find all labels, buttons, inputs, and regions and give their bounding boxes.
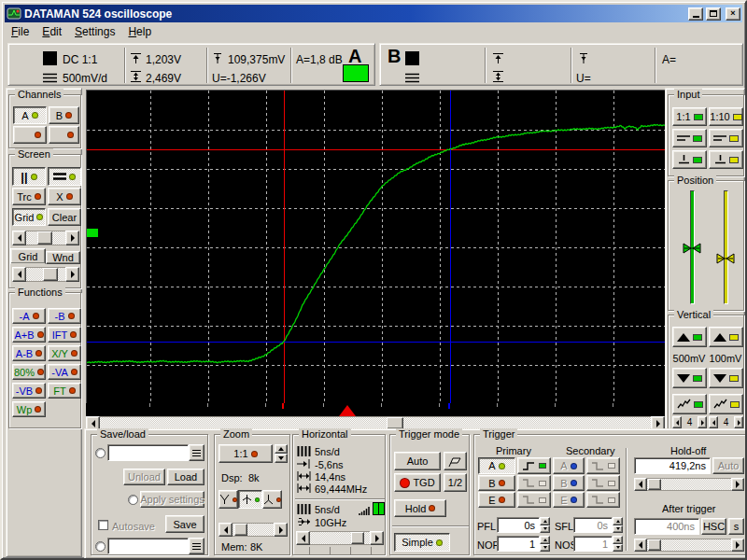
scroll-track[interactable] bbox=[26, 267, 65, 282]
scroll-left-icon[interactable] bbox=[12, 267, 26, 282]
zoom-in-button[interactable] bbox=[262, 490, 282, 509]
spin-up-icon[interactable] bbox=[613, 517, 623, 525]
zoom-out-button[interactable] bbox=[218, 490, 238, 509]
func-ft-button[interactable]: FT bbox=[48, 383, 81, 399]
traces-button[interactable] bbox=[48, 167, 81, 186]
minimize-button[interactable] bbox=[688, 7, 703, 21]
scroll-right-icon[interactable] bbox=[274, 523, 288, 537]
position-handle-b[interactable] bbox=[716, 253, 735, 264]
menu-edit[interactable]: Edit bbox=[35, 23, 68, 40]
input-dc-b-button[interactable] bbox=[709, 129, 743, 147]
file-bottom-menu-button[interactable] bbox=[189, 538, 204, 554]
secondary-e-edge-button[interactable] bbox=[586, 492, 620, 508]
secondary-b-button[interactable]: B bbox=[553, 475, 585, 491]
position-slider-b[interactable] bbox=[724, 190, 728, 304]
input-gnd-a-button[interactable] bbox=[672, 150, 707, 169]
spin-up-icon[interactable] bbox=[540, 536, 550, 544]
primary-e-edge-button[interactable] bbox=[517, 492, 551, 508]
primary-a-edge-button[interactable] bbox=[517, 457, 551, 474]
primary-a-button[interactable]: A bbox=[478, 457, 515, 474]
scroll-right-icon[interactable] bbox=[65, 267, 79, 282]
channel-b2-button[interactable] bbox=[49, 126, 79, 144]
sfl-input[interactable]: 0s bbox=[573, 517, 613, 533]
scroll-right-icon[interactable] bbox=[370, 531, 384, 545]
input-1to10-b-button[interactable]: 1:10 bbox=[709, 107, 743, 126]
spin-down-icon[interactable] bbox=[540, 525, 550, 534]
blue-cursor-tick[interactable] bbox=[448, 403, 450, 409]
menu-settings[interactable]: Settings bbox=[68, 23, 121, 40]
zoom-spinner[interactable] bbox=[275, 444, 288, 463]
nos-input[interactable]: 1 bbox=[573, 536, 613, 552]
func-a-minus-b-button[interactable]: A-B bbox=[12, 345, 46, 361]
scroll-track[interactable] bbox=[310, 531, 370, 545]
channel-a-button[interactable]: A bbox=[13, 106, 47, 124]
wnd-scrollbar[interactable] bbox=[12, 267, 79, 282]
scroll-thumb[interactable] bbox=[648, 539, 661, 551]
position-handle-a[interactable] bbox=[683, 243, 701, 254]
tgd-button[interactable]: TGD bbox=[394, 473, 441, 492]
holdoff-auto-button[interactable]: Auto bbox=[712, 457, 744, 474]
saveload-radio-bottom[interactable] bbox=[95, 541, 106, 552]
vertical-step-a-stepper[interactable]: 4 bbox=[672, 416, 707, 428]
file-top-input[interactable] bbox=[107, 444, 189, 461]
spin-down-icon[interactable] bbox=[540, 544, 550, 553]
spin-up-icon[interactable] bbox=[540, 517, 550, 525]
primary-b-edge-button[interactable] bbox=[517, 475, 551, 491]
load-button[interactable]: Load bbox=[167, 469, 204, 485]
scroll-track[interactable] bbox=[26, 231, 65, 245]
scroll-left-icon[interactable] bbox=[634, 539, 647, 552]
grid-scrollbar[interactable] bbox=[12, 231, 79, 245]
func-neg-a-button[interactable]: -A bbox=[12, 308, 46, 324]
func-80pct-button[interactable]: 80% bbox=[12, 364, 46, 380]
tab-wnd[interactable]: Wnd bbox=[46, 251, 80, 264]
primary-b-button[interactable]: B bbox=[478, 475, 515, 491]
func-ift-button[interactable]: IFT bbox=[48, 327, 81, 343]
save-button[interactable]: Save bbox=[165, 515, 204, 533]
vertical-smooth-a-button[interactable] bbox=[672, 394, 707, 414]
secondary-a-button[interactable]: A bbox=[553, 457, 585, 474]
after-trigger-input[interactable]: 400ns bbox=[634, 518, 699, 535]
scroll-left-icon[interactable] bbox=[634, 478, 647, 491]
input-dc-a-button[interactable] bbox=[672, 129, 707, 147]
menu-file[interactable]: File bbox=[5, 23, 35, 40]
scroll-right-icon[interactable] bbox=[731, 478, 744, 491]
secondary-b-edge-button[interactable] bbox=[586, 475, 620, 491]
pfl-spinner[interactable] bbox=[540, 517, 550, 533]
scroll-right-icon[interactable] bbox=[65, 231, 79, 245]
spin-up-icon[interactable] bbox=[613, 536, 623, 544]
vertical-down-b-button[interactable] bbox=[709, 368, 743, 388]
func-xy-button[interactable]: X/Y bbox=[48, 345, 81, 361]
nos-spinner[interactable] bbox=[613, 536, 623, 552]
holdoff-input[interactable]: 419,2ns bbox=[634, 457, 711, 474]
input-gnd-b-button[interactable] bbox=[709, 150, 743, 169]
scroll-thumb[interactable] bbox=[234, 524, 247, 536]
apply-settings-button[interactable]: Apply settings bbox=[140, 491, 204, 508]
vertical-smooth-b-button[interactable] bbox=[709, 394, 743, 414]
zoom-scrollbar[interactable] bbox=[218, 523, 288, 537]
close-button[interactable]: × bbox=[726, 7, 740, 21]
input-1to1-a-button[interactable]: 1:1 bbox=[672, 107, 707, 126]
pfl-input[interactable]: 0s bbox=[497, 517, 540, 533]
horizontal-scrollbar[interactable] bbox=[296, 531, 384, 545]
scroll-left-icon[interactable] bbox=[12, 231, 26, 245]
vertical-step-b-stepper[interactable]: 4 bbox=[709, 416, 743, 428]
step-right-icon[interactable] bbox=[698, 416, 707, 428]
channel-a-marker[interactable] bbox=[87, 229, 98, 237]
grid-button[interactable]: Grid bbox=[12, 208, 46, 226]
spin-up-icon[interactable] bbox=[275, 444, 288, 454]
func-neg-b-button[interactable]: -B bbox=[48, 308, 81, 324]
primary-e-button[interactable]: E bbox=[478, 492, 515, 508]
x-button[interactable]: X bbox=[48, 188, 81, 205]
channel-a2-button[interactable] bbox=[13, 126, 47, 144]
pause-button[interactable]: || bbox=[12, 167, 46, 186]
holdoff-scrollbar[interactable] bbox=[634, 478, 744, 491]
scope-display[interactable] bbox=[86, 90, 665, 403]
vertical-up-a-button[interactable] bbox=[672, 327, 707, 347]
func-neg-va-button[interactable]: -VA bbox=[48, 364, 81, 380]
nop-spinner[interactable] bbox=[540, 536, 550, 552]
nop-input[interactable]: 1 bbox=[497, 536, 540, 552]
func-a-plus-b-button[interactable]: A+B bbox=[12, 327, 46, 343]
scroll-left-icon[interactable] bbox=[218, 523, 233, 537]
scroll-thumb[interactable] bbox=[37, 231, 52, 245]
secondary-e-button[interactable]: E bbox=[553, 492, 585, 508]
